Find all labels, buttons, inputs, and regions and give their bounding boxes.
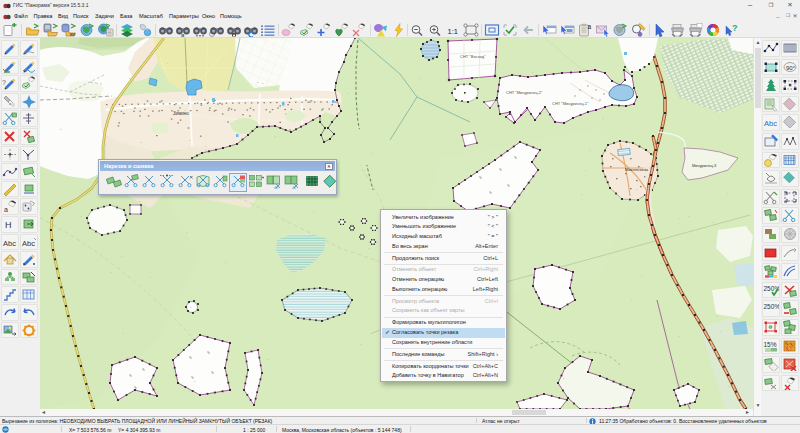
svg-text:Abc: Abc — [22, 239, 35, 248]
svg-text:Миклесхоза: Миклесхоза — [625, 167, 649, 172]
svg-text:90°: 90° — [786, 64, 796, 70]
svg-text:СНТ "Мичуринец-2": СНТ "Мичуринец-2" — [506, 90, 543, 95]
svg-text:BM: BM — [70, 33, 75, 37]
svg-text:?: ? — [732, 23, 738, 33]
svg-text:Мичуринец-3: Мичуринец-3 — [692, 163, 717, 168]
svg-text:Abc: Abc — [764, 119, 777, 128]
svg-text:СНТ "Мичуринец-1": СНТ "Мичуринец-1" — [552, 101, 589, 106]
svg-text:СНТ "Восход": СНТ "Восход" — [460, 54, 486, 59]
svg-text:15%: 15% — [763, 341, 776, 348]
svg-text:H: H — [5, 220, 12, 230]
svg-text:Зимино: Зимино — [173, 111, 189, 116]
svg-text:250%: 250% — [763, 303, 779, 310]
svg-text:Abc: Abc — [3, 239, 16, 248]
svg-text:1:1: 1:1 — [448, 27, 458, 36]
svg-text:a: a — [4, 206, 8, 213]
svg-text:?: ? — [2, 79, 6, 86]
svg-text:a: a — [588, 23, 592, 30]
